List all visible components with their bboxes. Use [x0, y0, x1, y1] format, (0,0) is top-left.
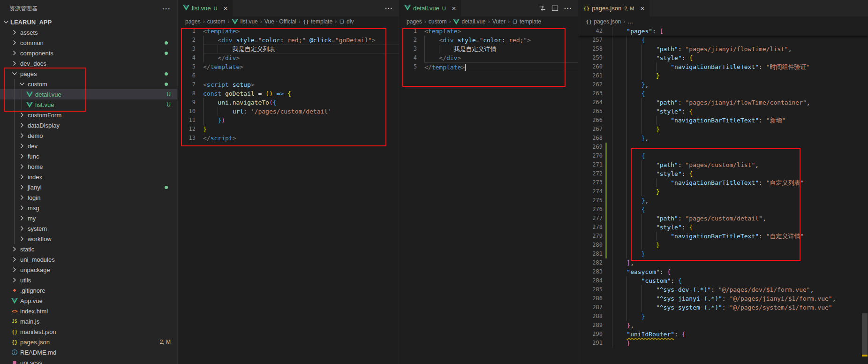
tree-item-custom[interactable]: custom — [0, 79, 177, 89]
code-line-284[interactable]: 284 "custom": { — [578, 276, 868, 285]
code-line-4[interactable]: 4 </div> — [178, 53, 399, 62]
code-line-261[interactable]: 261 } — [578, 71, 868, 80]
tree-item-pages[interactable]: pages — [0, 68, 177, 79]
code-line-5[interactable]: 5</template> — [178, 62, 399, 71]
code-line-276[interactable]: 276 { — [578, 205, 868, 214]
code-line-273[interactable]: 273 "navigationBarTitleText": "自定义列表" — [578, 178, 868, 187]
code-line-270[interactable]: 270 { — [578, 152, 868, 160]
breadcrumb-item-custom[interactable]: custom — [429, 18, 447, 25]
code-line-269[interactable]: 269 — [578, 143, 868, 152]
code-line-10[interactable]: 10 url: '/pages/custom/detail' — [178, 107, 399, 116]
tree-item-index[interactable]: index — [0, 172, 177, 182]
scrollbar-thumb[interactable] — [862, 313, 868, 356]
code-line-12[interactable]: 12} — [178, 125, 399, 134]
code-line-272[interactable]: 272 "style": { — [578, 169, 868, 178]
code-line-3[interactable]: 3 我是自定义列表 — [178, 45, 399, 53]
code-line-291[interactable]: 291 } — [578, 339, 868, 348]
code-line-265[interactable]: 265 "style": { — [578, 107, 868, 116]
code-line-275[interactable]: 275 }, — [578, 196, 868, 205]
tree-item-demo[interactable]: demo — [0, 130, 177, 141]
tree-item-assets[interactable]: assets — [0, 27, 177, 38]
tree-item-detail.vue[interactable]: detail.vueU — [0, 89, 177, 99]
more-icon[interactable]: ··· — [385, 5, 393, 12]
code-line-8[interactable]: 8const goDetail = () => { — [178, 89, 399, 98]
code-line-288[interactable]: 288 } — [578, 312, 868, 321]
tree-item-utils[interactable]: utils — [0, 275, 177, 285]
tab-detail.vue[interactable]: detail.vueU× — [399, 0, 461, 16]
code-line-7[interactable]: 7<script setup> — [178, 80, 399, 89]
breadcrumb-item-…[interactable]: … — [627, 18, 633, 25]
code-line-257[interactable]: 257 { — [578, 36, 868, 45]
tree-item-dev[interactable]: dev — [0, 141, 177, 151]
code-line-4[interactable]: 4 </div> — [399, 53, 578, 62]
code-line-263[interactable]: 263 { — [578, 89, 868, 98]
breadcrumb-item-pages[interactable]: pages — [185, 18, 201, 25]
code-line-283[interactable]: 283 "easycom": { — [578, 267, 868, 276]
code-line-260[interactable]: 260 "navigationBarTitleText": "时间组件验证" — [578, 62, 868, 71]
code-line-268[interactable]: 268 }, — [578, 134, 868, 143]
split-icon[interactable] — [551, 5, 559, 12]
code-line-267[interactable]: 267 } — [578, 125, 868, 134]
tree-item-system[interactable]: system — [0, 223, 177, 234]
code-line-264[interactable]: 264 "path": "pages/jianyi/flowTime/conta… — [578, 98, 868, 107]
code-line-2[interactable]: 2 <div style="color: red;"> — [399, 36, 578, 45]
breadcrumb-item-detail.vue[interactable]: detail.vue — [453, 18, 485, 25]
tab-pages.json[interactable]: {}pages.json2, M× — [578, 0, 650, 16]
code-line-286[interactable]: 286 "^sys-jianyi-(.*)": "@/pages/jianyi/… — [578, 294, 868, 303]
code-line-259[interactable]: 259 "style": { — [578, 53, 868, 62]
tree-item-uni.scss[interactable]: uni.scss — [0, 357, 177, 364]
breadcrumb-item-Vue - Official[interactable]: Vue - Official — [264, 18, 296, 25]
tree-item-unpackage[interactable]: unpackage — [0, 265, 177, 275]
code-line-277[interactable]: 277 "path": "pages/custom/detail", — [578, 214, 868, 223]
tree-item-workflow[interactable]: workflow — [0, 234, 177, 244]
code-line-11[interactable]: 11 }) — [178, 116, 399, 125]
tree-item-index.html[interactable]: <>index.html — [0, 306, 177, 316]
code-editor[interactable]: 1<template>2 <div style="color: red;">3 … — [399, 27, 578, 364]
close-icon[interactable]: × — [223, 5, 227, 12]
tree-item-common[interactable]: common — [0, 38, 177, 48]
tree-item-list.vue[interactable]: list.vueU — [0, 99, 177, 110]
code-line-281[interactable]: 281 } — [578, 250, 868, 258]
explorer-more-actions-icon[interactable]: ··· — [162, 5, 171, 13]
code-line-1[interactable]: 1<template> — [399, 27, 578, 36]
tree-item-.gitignore[interactable]: .gitignore — [0, 285, 177, 296]
tree-item-msg[interactable]: msg — [0, 203, 177, 213]
code-editor[interactable]: 1<template>2 <div style="color: red;" @c… — [178, 27, 399, 364]
code-line-6[interactable]: 6 — [178, 71, 399, 80]
code-line-280[interactable]: 280 } — [578, 241, 868, 250]
tree-item-my[interactable]: my — [0, 213, 177, 223]
scrollbar[interactable] — [861, 27, 868, 364]
breadcrumb-item-pages[interactable]: pages — [407, 18, 422, 25]
code-line-274[interactable]: 274 } — [578, 187, 868, 196]
code-editor[interactable]: 42 "pages": [257 {258 "path": "pages/jia… — [578, 27, 868, 364]
sticky-line-42[interactable]: 42 "pages": [ — [578, 27, 868, 36]
breadcrumb-item-custom[interactable]: custom — [207, 18, 226, 25]
tree-item-pages.json[interactable]: {}pages.json2, M — [0, 337, 177, 347]
tree-item-home[interactable]: home — [0, 161, 177, 172]
code-line-9[interactable]: 9 uni.navigateTo({ — [178, 98, 399, 107]
close-icon[interactable]: × — [452, 5, 456, 12]
tree-item-components[interactable]: components — [0, 48, 177, 58]
code-line-5[interactable]: 5</template> — [399, 62, 578, 71]
code-line-258[interactable]: 258 "path": "pages/jianyi/flowTime/list"… — [578, 45, 868, 53]
compare-icon[interactable] — [539, 5, 546, 12]
tree-item-func[interactable]: func — [0, 151, 177, 161]
code-line-3[interactable]: 3 我是自定义详情 — [399, 45, 578, 53]
tree-item-README.md[interactable]: README.md — [0, 347, 177, 357]
tab-list.vue[interactable]: list.vueU× — [178, 0, 233, 16]
breadcrumb-item-pages.json[interactable]: {}pages.json — [586, 18, 621, 25]
code-line-282[interactable]: 282 ], — [578, 258, 868, 267]
tree-item-jianyi[interactable]: jianyi — [0, 182, 177, 192]
tree-item-dev_docs[interactable]: dev_docs — [0, 58, 177, 68]
breadcrumb-item-template[interactable]: template — [512, 18, 541, 25]
tree-item-manifest.json[interactable]: {}manifest.json — [0, 326, 177, 337]
breadcrumb-item-Vuter[interactable]: Vuter — [492, 18, 506, 25]
code-line-278[interactable]: 278 "style": { — [578, 223, 868, 232]
code-line-271[interactable]: 271 "path": "pages/custom/list", — [578, 160, 868, 169]
tree-item-login[interactable]: login — [0, 192, 177, 203]
code-line-262[interactable]: 262 }, — [578, 80, 868, 89]
tree-item-App.vue[interactable]: App.vue — [0, 296, 177, 306]
code-line-290[interactable]: 290 "uniIdRouter": { — [578, 330, 868, 339]
tree-item-static[interactable]: static — [0, 244, 177, 254]
breadcrumb-item-div[interactable]: div — [339, 18, 354, 25]
